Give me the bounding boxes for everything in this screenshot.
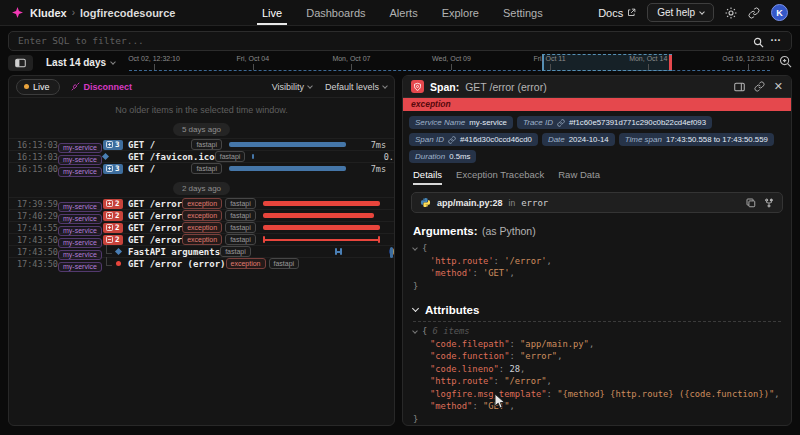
meta-label: Trace ID bbox=[523, 118, 553, 127]
duration-ibeam bbox=[263, 236, 380, 243]
span-name: GET / bbox=[128, 140, 155, 150]
meta-badge-duration[interactable]: Duration0.5ms bbox=[409, 150, 476, 163]
tab-details[interactable]: Details bbox=[413, 169, 442, 185]
row-timestamp: 17:43:50 bbox=[17, 247, 58, 257]
breadcrumb-project[interactable]: logfirecodesource bbox=[80, 7, 175, 19]
row-tags: fastapi bbox=[220, 246, 251, 257]
main-nav: LiveDashboardsAlertsExploreSettings bbox=[262, 0, 543, 25]
collapse-caret-icon[interactable] bbox=[412, 245, 418, 251]
span-count-badge[interactable]: 2 bbox=[103, 235, 123, 245]
meta-badge-date[interactable]: Date2024-10-14 bbox=[542, 133, 615, 146]
main-content: Live Disconnect Visibility Default level… bbox=[8, 75, 792, 426]
code-line: "code.filepath": "app/main.py", bbox=[413, 338, 781, 351]
user-avatar[interactable]: K bbox=[771, 4, 788, 21]
row-duration: 7ms bbox=[387, 199, 395, 209]
timeline-tick bbox=[451, 64, 452, 70]
tab-raw-data[interactable]: Raw Data bbox=[558, 169, 600, 185]
scrollbar-thumb[interactable] bbox=[390, 247, 393, 258]
search-icon[interactable] bbox=[753, 34, 764, 52]
sidebar-toggle-button[interactable] bbox=[8, 55, 33, 71]
copy-icon[interactable] bbox=[746, 198, 756, 208]
sql-filter-input[interactable] bbox=[8, 31, 792, 51]
nav-tab-alerts[interactable]: Alerts bbox=[390, 0, 418, 25]
meta-badge-trace-id[interactable]: Trace ID#f1c60e57391d771c290c0b22cd4ef09… bbox=[517, 116, 712, 129]
get-help-button[interactable]: Get help bbox=[647, 3, 714, 22]
row-icon-slot: 2 bbox=[103, 211, 128, 221]
row-tags: fastapi bbox=[215, 151, 246, 162]
collapse-caret-icon[interactable] bbox=[412, 328, 418, 334]
row-tags: exceptionfastapi bbox=[182, 222, 256, 233]
nav-tab-live[interactable]: Live bbox=[262, 0, 282, 25]
disconnect-label: Disconnect bbox=[84, 82, 133, 92]
nav-tab-dashboards[interactable]: Dashboards bbox=[306, 0, 365, 25]
tag-fastapi: fastapi bbox=[215, 151, 246, 162]
row-duration: 7ms bbox=[387, 223, 395, 233]
levels-dropdown[interactable]: Default levels bbox=[325, 82, 387, 92]
meta-label: Date bbox=[548, 135, 565, 144]
row-icon-slot: 2 bbox=[103, 235, 128, 245]
span-count-badge[interactable]: 2 bbox=[103, 199, 123, 209]
meta-badge-span-id[interactable]: Span ID#416d30c0ccd46cd0 bbox=[409, 133, 538, 146]
span-detail-panel: Span: GET /error (error) ✕ exception Ser… bbox=[402, 75, 792, 426]
span-title-value: GET /error (error) bbox=[465, 81, 546, 93]
tag-exception: exception bbox=[226, 258, 266, 269]
trace-row[interactable]: 17:43:50my-serviceGET /error (error)exce… bbox=[9, 257, 394, 269]
row-duration: 7ms bbox=[353, 164, 386, 174]
breadcrumb-separator: › bbox=[72, 7, 75, 18]
visibility-dropdown[interactable]: Visibility bbox=[272, 82, 312, 92]
service-badge: my-service bbox=[58, 167, 102, 177]
docs-label: Docs bbox=[598, 7, 623, 19]
meta-value: 17:43:50.558 to 17:43:50.559 bbox=[666, 135, 768, 144]
span-name: GET /favicon.ico bbox=[128, 152, 215, 162]
row-service: my-service bbox=[58, 255, 103, 273]
attributes-code-block: { 6 items"code.filepath": "app/main.py",… bbox=[413, 325, 781, 425]
meta-label: Service Name bbox=[415, 118, 465, 127]
time-range-label: Last 14 days bbox=[46, 57, 106, 68]
nav-tab-explore[interactable]: Explore bbox=[442, 0, 479, 25]
permalink-icon[interactable] bbox=[754, 81, 765, 92]
disconnect-plug-icon bbox=[71, 82, 80, 91]
span-count-badge[interactable]: 3 bbox=[103, 164, 123, 174]
attributes-heading[interactable]: Attributes bbox=[413, 304, 781, 322]
span-count-badge[interactable]: 2 bbox=[103, 211, 123, 221]
python-icon bbox=[420, 197, 431, 208]
docs-link[interactable]: Docs bbox=[598, 7, 636, 19]
close-icon[interactable]: ✕ bbox=[774, 81, 783, 92]
list-view-options: Visibility Default levels bbox=[272, 82, 387, 92]
timeline-zoom-button[interactable] bbox=[779, 54, 792, 72]
meta-badge-service-name[interactable]: Service Namemy-service bbox=[409, 116, 513, 129]
timeline-label: Oct 02, 12:32:10 bbox=[128, 55, 180, 62]
tree-connector bbox=[106, 245, 112, 254]
panel-layout-icon[interactable] bbox=[734, 82, 745, 92]
meta-badge-time-span[interactable]: Time span17:43:50.558 to 17:43:50.559 bbox=[619, 133, 774, 146]
span-count-badge[interactable]: 3 bbox=[103, 140, 123, 150]
disconnect-button[interactable]: Disconnect bbox=[71, 82, 133, 92]
live-toggle-button[interactable]: Live bbox=[16, 79, 60, 95]
span-detail-body: Arguments: (as Python) {'http.route': '/… bbox=[403, 213, 791, 425]
row-timestamp: 16:15:00 bbox=[17, 164, 58, 174]
nav-tab-settings[interactable]: Settings bbox=[503, 0, 543, 25]
tab-exception-traceback[interactable]: Exception Traceback bbox=[456, 169, 544, 185]
top-bar: Kludex › logfirecodesource LiveDashboard… bbox=[0, 0, 800, 26]
span-name: GET /error (error) bbox=[128, 259, 226, 269]
meta-label: Time span bbox=[625, 135, 662, 144]
arguments-subtitle: (as Python) bbox=[482, 225, 536, 237]
timeline-scale[interactable]: Oct 02, 12:32:10Fri, Oct 04Mon, Oct 07We… bbox=[129, 54, 770, 71]
duration-bar bbox=[263, 201, 380, 206]
arguments-title: Arguments: bbox=[413, 225, 478, 237]
span-count-badge[interactable]: 2 bbox=[103, 223, 123, 233]
code-function-name: error bbox=[521, 198, 548, 208]
git-fork-icon[interactable] bbox=[764, 198, 774, 208]
trace-row[interactable]: 16:15:00my-service3GET /fastapi7ms bbox=[9, 162, 394, 174]
share-link-button[interactable] bbox=[748, 7, 760, 19]
tag-fastapi: fastapi bbox=[191, 163, 222, 174]
filter-menu-icon[interactable]: … bbox=[770, 31, 782, 43]
row-duration: 6ms bbox=[387, 211, 395, 221]
code-location-bar[interactable]: app/main.py:28 in error bbox=[411, 192, 783, 213]
tag-fastapi: fastapi bbox=[191, 139, 222, 150]
mouse-cursor bbox=[494, 393, 506, 410]
theme-toggle-button[interactable] bbox=[725, 7, 737, 19]
meta-value: #416d30c0ccd46cd0 bbox=[460, 135, 532, 144]
time-range-dropdown[interactable]: Last 14 days bbox=[46, 57, 115, 68]
breadcrumb-org[interactable]: Kludex bbox=[30, 7, 67, 19]
